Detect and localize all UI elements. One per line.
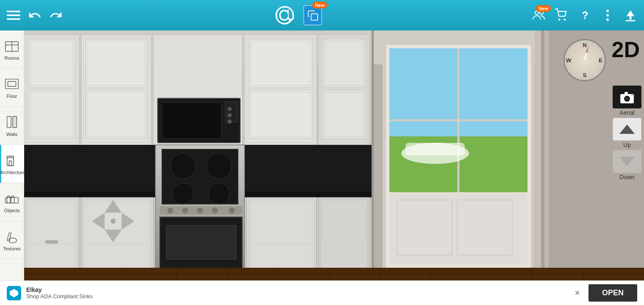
- aerial-label: Aerial: [619, 109, 635, 116]
- ad-description: Shop ADA Compliant Sinks: [26, 293, 569, 299]
- users-button[interactable]: New: [532, 8, 546, 22]
- svg-point-82: [167, 208, 173, 214]
- svg-point-11: [606, 18, 609, 21]
- svg-text:?: ?: [582, 9, 588, 21]
- sidebar-item-walls[interactable]: Walls: [0, 107, 24, 145]
- svg-point-85: [212, 208, 218, 214]
- sidebar-textures-label: Textures: [3, 246, 21, 252]
- compass-east: E: [599, 57, 602, 64]
- users-new-badge: New: [536, 5, 551, 12]
- svg-point-79: [172, 183, 194, 204]
- sidebar-item-floor[interactable]: Floor: [0, 69, 24, 107]
- svg-rect-50: [249, 39, 312, 88]
- svg-rect-58: [323, 90, 365, 139]
- sidebar: Rooms Floor Walls Architecture: [0, 30, 24, 305]
- ad-open-button[interactable]: OPEN: [588, 284, 637, 302]
- svg-rect-37: [86, 39, 147, 88]
- svg-rect-22: [6, 197, 18, 203]
- undo-button[interactable]: [28, 8, 42, 22]
- ad-text: Elkay Shop ADA Compliant Sinks: [26, 286, 569, 299]
- svg-rect-17: [8, 81, 16, 86]
- sidebar-item-objects[interactable]: Objects: [0, 183, 24, 221]
- svg-point-47: [228, 119, 232, 124]
- cart-button[interactable]: [555, 8, 569, 22]
- svg-rect-23: [7, 197, 11, 203]
- down-label: Down: [619, 174, 635, 180]
- sidebar-architecture-label: Architecture: [0, 170, 25, 175]
- sidebar-item-rooms[interactable]: Rooms: [0, 30, 24, 69]
- ad-banner: Elkay Shop ADA Compliant Sinks ✕ OPEN: [0, 280, 644, 305]
- ad-close-button[interactable]: ✕: [575, 289, 580, 297]
- svg-point-7: [564, 19, 566, 21]
- svg-rect-24: [11, 197, 14, 203]
- svg-rect-138: [631, 94, 633, 96]
- svg-rect-44: [225, 102, 237, 122]
- svg-rect-13: [630, 16, 632, 19]
- new-feature-button[interactable]: New: [303, 5, 322, 25]
- menu-button[interactable]: [7, 8, 20, 22]
- new-badge: New: [312, 2, 327, 8]
- svg-rect-0: [7, 11, 20, 12]
- compass-west: W: [566, 57, 571, 64]
- sidebar-item-architecture[interactable]: Architecture: [0, 145, 24, 183]
- svg-point-77: [170, 153, 196, 179]
- aerial-button[interactable]: Aerial: [612, 86, 642, 116]
- more-button[interactable]: [601, 8, 614, 22]
- sidebar-floor-label: Floor: [6, 94, 17, 99]
- svg-point-46: [228, 113, 232, 117]
- svg-point-45: [228, 107, 232, 111]
- svg-rect-43: [162, 103, 221, 139]
- ad-brand-name: Elkay: [26, 286, 569, 293]
- svg-rect-31: [28, 39, 75, 88]
- chevron-down-btn[interactable]: [613, 150, 641, 173]
- help-button[interactable]: ?: [578, 8, 591, 22]
- svg-rect-1: [7, 14, 20, 16]
- down-button[interactable]: Down: [612, 150, 642, 180]
- up-label: Up: [623, 141, 631, 148]
- svg-point-78: [206, 153, 232, 179]
- up-button[interactable]: Up: [612, 118, 642, 148]
- sidebar-item-textures[interactable]: Textures: [0, 221, 24, 259]
- svg-point-136: [625, 97, 629, 100]
- svg-rect-137: [625, 92, 628, 94]
- chevron-up-btn[interactable]: [613, 118, 641, 141]
- svg-rect-112: [544, 30, 549, 305]
- svg-rect-3: [311, 14, 318, 20]
- svg-rect-18: [7, 116, 11, 128]
- camera-icon: [613, 86, 641, 108]
- compass-north: N: [583, 42, 586, 48]
- compass-south: S: [583, 72, 587, 78]
- svg-rect-19: [13, 116, 17, 128]
- svg-point-10: [606, 14, 609, 17]
- svg-rect-39: [86, 90, 147, 139]
- svg-point-80: [208, 183, 230, 204]
- upload-button[interactable]: [624, 8, 637, 22]
- svg-rect-67: [45, 240, 58, 244]
- svg-point-9: [606, 10, 609, 12]
- svg-point-6: [558, 19, 561, 21]
- view-mode-2d-button[interactable]: 2D: [612, 37, 640, 62]
- svg-rect-88: [166, 225, 236, 259]
- svg-rect-2: [7, 18, 20, 19]
- sidebar-rooms-label: Rooms: [5, 55, 19, 61]
- svg-rect-21: [9, 161, 11, 166]
- view-controls: Aerial Up Down: [612, 86, 642, 180]
- redo-button[interactable]: [49, 8, 63, 22]
- logo-icon: [273, 3, 297, 27]
- main-3d-view[interactable]: N S E W 2D Aerial: [24, 30, 644, 305]
- svg-marker-12: [627, 11, 634, 17]
- svg-point-86: [229, 208, 235, 214]
- ad-logo-icon: [7, 286, 21, 300]
- svg-rect-14: [626, 20, 636, 21]
- svg-point-133: [111, 219, 116, 224]
- svg-point-83: [182, 208, 188, 214]
- svg-rect-98: [372, 30, 374, 305]
- compass: N S E W: [564, 39, 606, 81]
- svg-rect-33: [28, 90, 75, 139]
- sidebar-objects-label: Objects: [4, 208, 19, 214]
- toolbar: New New: [0, 0, 644, 30]
- svg-rect-110: [535, 30, 541, 305]
- sidebar-walls-label: Walls: [6, 132, 17, 137]
- svg-rect-16: [6, 79, 18, 89]
- svg-point-84: [197, 208, 203, 214]
